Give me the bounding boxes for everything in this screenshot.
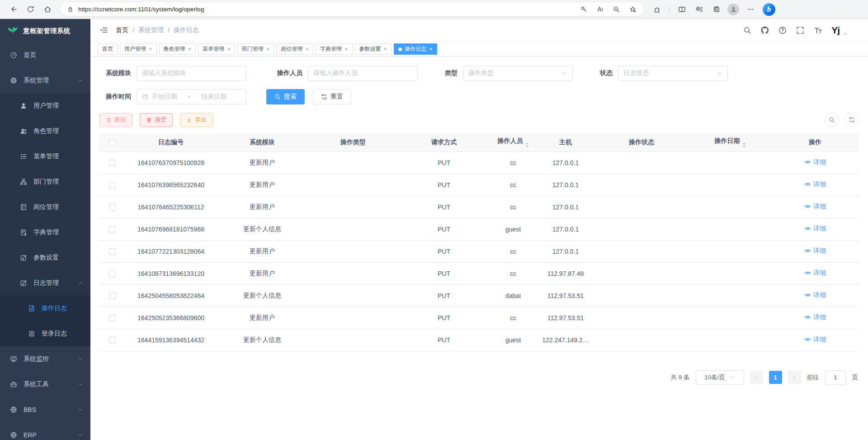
- sidebar-item-operlog[interactable]: 操作日志: [0, 296, 90, 321]
- sidebar-item-home[interactable]: 首页: [0, 43, 90, 68]
- detail-link[interactable]: 详细: [804, 158, 826, 166]
- prev-page-button[interactable]: [750, 371, 763, 384]
- page-number-button[interactable]: 1: [769, 371, 782, 384]
- help-icon[interactable]: [778, 26, 787, 34]
- sidebar-item-bbs[interactable]: BBS: [0, 397, 90, 422]
- row-checkbox[interactable]: [109, 337, 116, 344]
- row-checkbox[interactable]: [109, 315, 116, 322]
- toggle-search-button[interactable]: [825, 113, 839, 127]
- row-checkbox[interactable]: [109, 270, 116, 277]
- header-search-icon[interactable]: [743, 26, 751, 34]
- collections-icon[interactable]: [708, 3, 724, 16]
- github-icon[interactable]: [761, 26, 769, 34]
- close-icon[interactable]: ×: [305, 46, 309, 52]
- extensions-icon[interactable]: [649, 3, 665, 16]
- close-icon[interactable]: ×: [384, 46, 387, 52]
- split-screen-icon[interactable]: [674, 3, 689, 16]
- favorites-icon[interactable]: [691, 3, 707, 16]
- font-size-icon[interactable]: [814, 26, 822, 34]
- read-aloud-icon[interactable]: [592, 3, 608, 16]
- goto-page-input[interactable]: 1: [825, 370, 846, 385]
- tab-post[interactable]: 岗位管理×: [276, 43, 313, 55]
- tab-dict[interactable]: 字典管理×: [316, 43, 353, 55]
- row-checkbox[interactable]: [109, 160, 116, 166]
- module-input[interactable]: 请输入系统模块: [137, 66, 246, 81]
- user-logo[interactable]: Yj: [831, 25, 840, 36]
- chevron-down-icon[interactable]: [843, 31, 848, 36]
- row-checkbox[interactable]: [109, 226, 116, 233]
- clear-button[interactable]: 清空: [140, 113, 173, 127]
- close-icon[interactable]: ×: [227, 46, 231, 52]
- browser-home-button[interactable]: [40, 3, 55, 16]
- select-all-checkbox[interactable]: [109, 139, 116, 146]
- sidebar-item-roles[interactable]: 角色管理: [0, 118, 90, 144]
- date-range-input[interactable]: 开始日期 - 结束日期: [137, 89, 246, 104]
- sidebar-item-monitor[interactable]: 系统监控: [0, 346, 90, 372]
- close-icon[interactable]: ×: [266, 46, 270, 52]
- sidebar-item-menus[interactable]: 菜单管理: [0, 144, 90, 169]
- column-header-operator[interactable]: 操作人员: [489, 133, 537, 151]
- refresh-table-button[interactable]: [844, 113, 859, 127]
- password-key-icon[interactable]: [576, 3, 591, 16]
- bing-chat-icon[interactable]: b: [763, 3, 775, 16]
- breadcrumb-system[interactable]: 系统管理: [138, 26, 164, 34]
- sidebar-item-users[interactable]: 用户管理: [0, 93, 90, 118]
- sidebar-toggle-icon[interactable]: [99, 26, 108, 34]
- zoom-out-icon[interactable]: [609, 3, 624, 16]
- detail-link[interactable]: 详细: [804, 225, 826, 233]
- column-header-date[interactable]: 操作日期: [689, 133, 771, 151]
- row-checkbox[interactable]: [109, 293, 116, 299]
- detail-link[interactable]: 详细: [804, 203, 826, 211]
- browser-menu-icon[interactable]: [743, 3, 758, 16]
- browser-profile-avatar[interactable]: [727, 4, 739, 15]
- breadcrumb-home[interactable]: 首页: [116, 26, 128, 34]
- row-checkbox[interactable]: [109, 248, 116, 255]
- delete-button[interactable]: 删除: [99, 113, 132, 127]
- sidebar-item-params[interactable]: 参数设置: [0, 245, 90, 270]
- sidebar-item-dicts[interactable]: 字典管理: [0, 220, 90, 245]
- close-icon[interactable]: ×: [429, 46, 433, 52]
- detail-link[interactable]: 详细: [804, 269, 826, 277]
- search-button[interactable]: 搜索: [266, 89, 305, 104]
- next-page-button[interactable]: [788, 371, 801, 384]
- sidebar-item-depts[interactable]: 部门管理: [0, 169, 90, 194]
- status-select[interactable]: 日志状态: [618, 66, 728, 81]
- detail-link[interactable]: 详细: [804, 336, 826, 344]
- close-icon[interactable]: ×: [344, 46, 348, 52]
- close-icon[interactable]: ×: [149, 46, 152, 52]
- cell-action: 详细: [771, 240, 859, 262]
- sidebar-item-erp[interactable]: ERP: [0, 422, 90, 440]
- tab-operlog[interactable]: 操作日志×: [394, 43, 437, 55]
- sort-carets-icon[interactable]: [525, 142, 529, 147]
- detail-link[interactable]: 详细: [804, 313, 826, 322]
- tab-home[interactable]: 首页: [98, 43, 118, 55]
- sidebar-item-loginlog[interactable]: 登录日志: [0, 321, 90, 346]
- reset-button[interactable]: 重置: [313, 89, 351, 104]
- tab-role[interactable]: 角色管理×: [159, 43, 196, 55]
- sidebar-item-posts[interactable]: 岗位管理: [0, 194, 90, 220]
- page-size-select[interactable]: 10条/页: [696, 370, 744, 385]
- detail-link[interactable]: 详细: [804, 180, 826, 189]
- sort-carets-icon[interactable]: [742, 142, 746, 147]
- detail-link[interactable]: 详细: [804, 247, 826, 255]
- detail-link[interactable]: 详细: [804, 291, 826, 299]
- sidebar-item-tools[interactable]: 系统工具: [0, 372, 90, 397]
- browser-reload-button[interactable]: [23, 3, 38, 16]
- tab-user[interactable]: 用户管理×: [120, 43, 157, 55]
- row-checkbox[interactable]: [109, 204, 116, 211]
- type-select[interactable]: 操作类型: [463, 66, 573, 81]
- favorite-add-icon[interactable]: [625, 3, 640, 16]
- address-bar[interactable]: https://ccnetcore.com:1101/system/log/op…: [61, 3, 644, 16]
- export-button[interactable]: 导出: [180, 113, 213, 127]
- row-checkbox[interactable]: [109, 182, 116, 189]
- operator-input[interactable]: 请输入操作人员: [308, 66, 418, 81]
- sidebar-item-system[interactable]: 系统管理: [0, 68, 90, 93]
- close-icon[interactable]: ×: [188, 46, 192, 52]
- tab-menu[interactable]: 菜单管理×: [198, 43, 235, 55]
- tab-param[interactable]: 参数设置×: [355, 43, 392, 55]
- browser-back-button[interactable]: [5, 3, 21, 16]
- url-text[interactable]: https://ccnetcore.com:1101/system/log/op…: [78, 6, 571, 13]
- fullscreen-icon[interactable]: [796, 26, 804, 34]
- tab-dept[interactable]: 部门管理×: [237, 43, 274, 55]
- sidebar-item-logs[interactable]: 日志管理: [0, 270, 90, 296]
